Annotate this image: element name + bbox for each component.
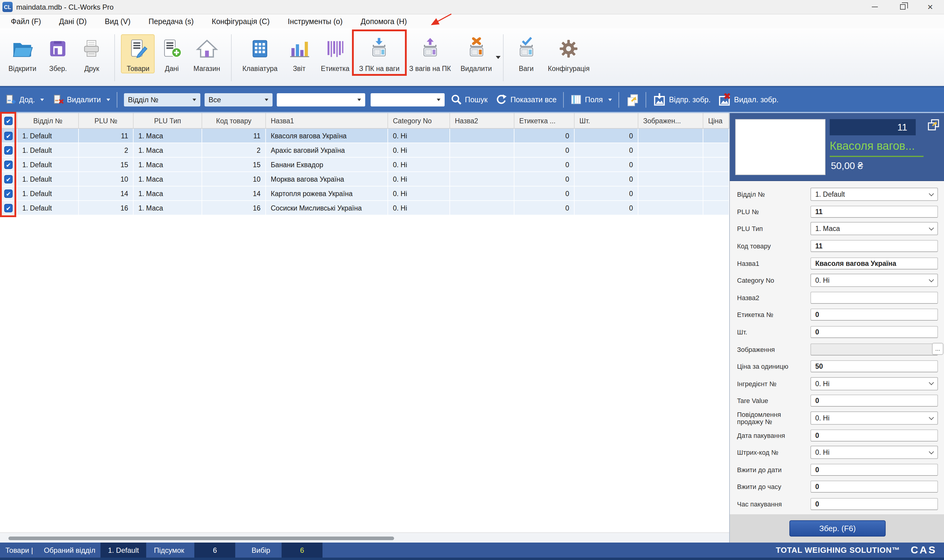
- column-header[interactable]: Зображен...: [638, 113, 703, 128]
- send-image-button[interactable]: Відпр. зобр.: [653, 93, 711, 106]
- column-header[interactable]: Category No: [388, 113, 450, 128]
- column-header[interactable]: Шт.: [574, 113, 638, 128]
- form-field: Шт.: [737, 324, 938, 341]
- data-button[interactable]: Дані: [155, 34, 189, 73]
- minimize-button[interactable]: [861, 0, 889, 14]
- field-select[interactable]: 0. Ні: [810, 274, 938, 287]
- menu-tools[interactable]: Інструменты (о): [288, 17, 342, 26]
- add-dropdown-caret-icon[interactable]: [40, 98, 44, 101]
- add-button[interactable]: Дод.: [5, 94, 44, 105]
- field-input[interactable]: [810, 292, 938, 304]
- restore-button[interactable]: [889, 0, 916, 14]
- field-input[interactable]: [810, 206, 938, 218]
- fields-button[interactable]: Поля: [570, 94, 611, 105]
- close-button[interactable]: ✕: [916, 0, 944, 14]
- scrollbar-thumb[interactable]: [8, 537, 394, 540]
- field-input[interactable]: [810, 326, 938, 338]
- field-input[interactable]: [810, 498, 938, 510]
- status-bar-edge: [0, 558, 944, 560]
- row-checkbox[interactable]: ✔: [4, 146, 12, 154]
- delete-dropdown-caret-icon[interactable]: [496, 56, 500, 59]
- column-header[interactable]: Назва2: [450, 113, 514, 128]
- row-checkbox[interactable]: ✔: [4, 189, 12, 198]
- table-row[interactable]: ✔1. Default151. Маса15Банани Еквадор0. Н…: [0, 158, 729, 172]
- keyboard-icon: [248, 37, 272, 61]
- search-button[interactable]: Пошук: [450, 94, 487, 105]
- fields-dropdown-caret-icon[interactable]: [608, 98, 612, 101]
- select-all-checkbox[interactable]: ✔: [4, 116, 12, 125]
- products-button[interactable]: Товари: [121, 34, 155, 73]
- field-input[interactable]: [810, 464, 938, 476]
- column-header[interactable]: Ціна: [703, 113, 729, 128]
- table-cell: [638, 172, 703, 186]
- field-input[interactable]: [810, 257, 938, 269]
- delete-plu-button[interactable]: Видалити: [456, 34, 497, 73]
- row-checkbox[interactable]: ✔: [4, 160, 12, 169]
- store-button[interactable]: Магазин: [189, 34, 225, 73]
- close-icon: ✕: [927, 3, 933, 11]
- scales-button[interactable]: Ваги: [509, 34, 543, 73]
- menu-view[interactable]: Вид (V): [105, 17, 131, 26]
- column-header[interactable]: PLU №: [79, 113, 134, 128]
- horizontal-scrollbar[interactable]: [0, 532, 729, 543]
- delete-image-button[interactable]: Видал. зобр.: [718, 93, 779, 106]
- table-cell: [638, 186, 703, 200]
- copy-pages-icon: [626, 93, 639, 106]
- table-row[interactable]: ✔1. Default21. Маса2Арахіс ваговий Украї…: [0, 143, 729, 158]
- table-cell: [703, 186, 729, 200]
- field-select[interactable]: 1. Маса: [810, 222, 938, 235]
- column-header[interactable]: Код товару: [202, 113, 266, 128]
- field-select[interactable]: 0. Ні: [810, 446, 938, 459]
- table-row[interactable]: ✔1. Default101. Маса10Морква вагова Укра…: [0, 172, 729, 186]
- column-header[interactable]: Відділ №: [17, 113, 79, 128]
- search-term-select[interactable]: [370, 93, 444, 106]
- pc-to-scales-button[interactable]: З ПК на ваги: [354, 34, 405, 73]
- table-row[interactable]: ✔1. Default111. Маса11Квасоля вагова Укр…: [0, 129, 729, 143]
- popout-icon[interactable]: [927, 118, 940, 131]
- table-row[interactable]: ✔1. Default141. Маса14Картопля рожева Ук…: [0, 186, 729, 201]
- report-button[interactable]: Звіт: [282, 34, 316, 73]
- menu-transfer[interactable]: Передача (s): [149, 17, 194, 26]
- menu-file[interactable]: Файл (F): [11, 17, 41, 26]
- keyboard-button[interactable]: Клавіатура: [238, 34, 282, 73]
- column-header[interactable]: Назва1: [266, 113, 388, 128]
- field-input[interactable]: [810, 240, 938, 252]
- open-button[interactable]: Відкрити: [4, 34, 41, 73]
- field-input[interactable]: [810, 360, 938, 372]
- table-cell: 0: [574, 158, 638, 171]
- table-cell: 1. Маса: [134, 186, 202, 200]
- field-select[interactable]: 0. Ні: [810, 377, 938, 390]
- copy-button[interactable]: [626, 93, 639, 106]
- delete-button[interactable]: Видалити: [52, 94, 110, 105]
- menu-help[interactable]: Допомога (H): [361, 17, 407, 26]
- filter-column-select[interactable]: Відділ №: [124, 93, 200, 106]
- save-button[interactable]: Збер.: [41, 34, 75, 73]
- field-select[interactable]: 0. Ні: [810, 411, 938, 425]
- scales-to-pc-button[interactable]: З вагів на ПК: [404, 34, 456, 73]
- field-input[interactable]: [810, 429, 938, 441]
- menu-configuration[interactable]: Конфігурація (C): [212, 17, 270, 26]
- column-header[interactable]: Етикетка ...: [514, 113, 574, 128]
- field-input[interactable]: [810, 309, 938, 321]
- field-input[interactable]: [810, 481, 938, 493]
- save-f6-button[interactable]: Збер. (F6): [789, 520, 885, 537]
- configuration-button[interactable]: Конфігурація: [543, 34, 594, 73]
- row-checkbox[interactable]: ✔: [4, 204, 12, 212]
- row-checkbox[interactable]: ✔: [4, 175, 12, 183]
- column-header[interactable]: PLU Тип: [134, 113, 202, 128]
- image-delete-icon: [718, 93, 731, 106]
- label-button[interactable]: Етикетка: [316, 34, 354, 73]
- show-all-button[interactable]: Показати все: [496, 94, 557, 105]
- field-input[interactable]: [810, 395, 938, 407]
- delete-dropdown-caret-icon[interactable]: [106, 98, 110, 101]
- filter-value-select[interactable]: [276, 93, 365, 106]
- field-input[interactable]: [810, 343, 938, 355]
- menu-data[interactable]: Дані (D): [59, 17, 87, 26]
- table-row[interactable]: ✔1. Default161. Маса16Сосиски Мисливські…: [0, 201, 729, 215]
- filter-condition-select[interactable]: Все: [204, 93, 272, 106]
- image-browse-button[interactable]: ...: [932, 343, 943, 355]
- status-view-title: Товари |: [0, 546, 38, 554]
- field-select[interactable]: 1. Default: [810, 188, 938, 201]
- row-checkbox[interactable]: ✔: [4, 131, 12, 140]
- print-button[interactable]: Друк: [75, 34, 109, 73]
